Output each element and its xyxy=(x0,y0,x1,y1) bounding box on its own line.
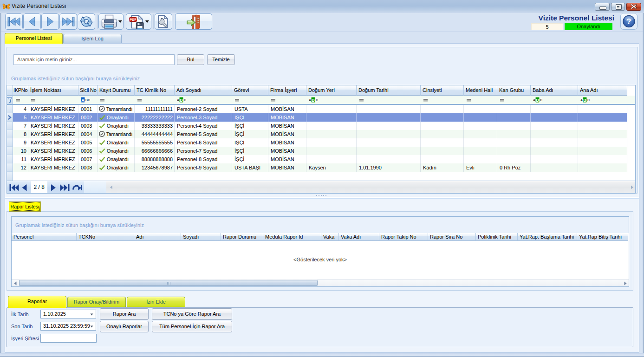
svg-text:B: B xyxy=(312,98,315,103)
svg-text:C: C xyxy=(316,98,318,102)
svg-text:A: A xyxy=(309,98,311,102)
svg-text:B: B xyxy=(180,98,183,103)
svg-text:A: A xyxy=(533,98,535,102)
svg-text:B: B xyxy=(583,98,586,103)
svg-text:A: A xyxy=(177,98,179,102)
svg-text:B: B xyxy=(536,98,539,103)
svg-text:?: ? xyxy=(627,18,631,26)
svg-text:A: A xyxy=(81,98,85,103)
svg-text:C: C xyxy=(540,98,542,102)
svg-text:A: A xyxy=(580,98,583,102)
svg-text:BC: BC xyxy=(85,98,90,102)
svg-text:C: C xyxy=(184,98,186,102)
svg-text:PDF: PDF xyxy=(130,18,137,22)
svg-text:C: C xyxy=(587,98,590,102)
